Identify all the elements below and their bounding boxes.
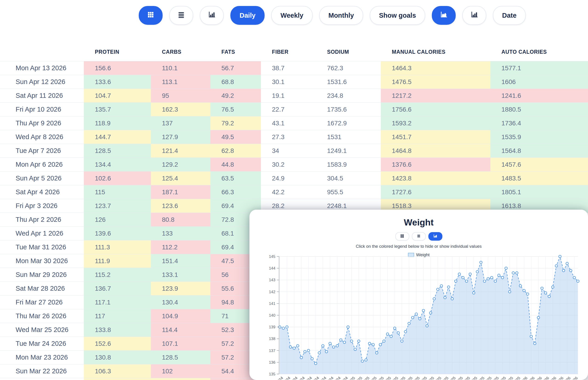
svg-text:143: 143 <box>269 278 275 282</box>
table-row[interactable]: Thu Apr 9 2026118.913779.243.11672.91593… <box>0 116 588 130</box>
nutrient-cell: 121.4 <box>151 144 210 158</box>
table-view-button[interactable] <box>139 6 163 25</box>
panel-table-view-button[interactable] <box>395 232 409 241</box>
nutrient-cell: 133.8 <box>84 323 151 337</box>
table-row[interactable]: Fri Apr 10 2026135.7162.376.522.71735.61… <box>0 103 588 116</box>
nutrient-cell: 1476.5 <box>381 75 490 89</box>
nutrient-cell: 123.6 <box>151 199 210 213</box>
show-goals-button[interactable]: Show goals <box>370 6 425 25</box>
nutrient-cell: 1217.2 <box>381 89 490 103</box>
nutrient-cell: 1805.1 <box>490 185 588 199</box>
fats-column-header: FATS <box>210 43 261 61</box>
bar-chart-view-button[interactable] <box>200 6 224 25</box>
svg-text:138: 138 <box>269 337 275 341</box>
row-date: Fri Apr 3 2026 <box>0 199 84 213</box>
nutrient-cell: 22.7 <box>261 103 316 116</box>
row-date: Wed Mar 25 2026 <box>0 323 84 337</box>
nutrient-cell: 1457.6 <box>490 158 588 171</box>
nutrient-cell: 66.3 <box>210 185 261 199</box>
nutrient-cell: 152.6 <box>84 337 151 351</box>
nutrient-cell: 111.3 <box>84 240 151 254</box>
table-row[interactable]: Sun Apr 5 2026102.6125.463.524.9304.5142… <box>0 171 588 185</box>
row-date: Thu Apr 9 2026 <box>0 116 84 130</box>
nutrient-cell: 24.9 <box>261 171 316 185</box>
date-button[interactable]: Date <box>493 6 526 25</box>
daily-tab-button[interactable]: Daily <box>230 6 265 25</box>
nutrient-cell: 102 <box>151 364 210 378</box>
table-row[interactable]: Wed Apr 8 2026144.7127.949.527.315311451… <box>0 130 588 144</box>
panel-view-switcher <box>249 232 588 241</box>
nutrient-cell: 56.7 <box>210 61 261 75</box>
nutrient-cell: 762.3 <box>316 61 381 75</box>
row-date: Sun Mar 29 2026 <box>0 268 84 282</box>
manual-calories-column-header: MANUAL CALORIES <box>381 43 490 61</box>
row-date: Mon Apr 6 2026 <box>0 158 84 171</box>
nutrient-cell: 128.5 <box>84 144 151 158</box>
nutrient-cell: 1583.9 <box>316 158 381 171</box>
row-date: Mon Apr 13 2026 <box>0 61 84 75</box>
nutrient-cell: 1593.2 <box>381 116 490 130</box>
nutrient-cell: 1880.5 <box>490 103 588 116</box>
nutrient-cell: 63.5 <box>210 171 261 185</box>
nutrient-cell: 62.8 <box>210 144 261 158</box>
row-date: Sat Apr 4 2026 <box>0 185 84 199</box>
monthly-tab-button[interactable]: Monthly <box>319 6 363 25</box>
nutrient-cell: 115.2 <box>84 268 151 282</box>
list-icon <box>417 234 421 239</box>
table-row[interactable]: Mon Apr 6 2026134.4129.244.830.21583.913… <box>0 158 588 171</box>
nutrient-cell: 1464.8 <box>381 144 490 158</box>
panel-list-view-button[interactable] <box>412 232 426 241</box>
bar-chart-view-button-2[interactable] <box>462 6 486 25</box>
table-header-row: PROTEIN CARBS FATS FIBER SODIUM MANUAL C… <box>0 43 588 61</box>
nutrient-cell: 34 <box>261 144 316 158</box>
nutrient-cell: 133.6 <box>84 75 151 89</box>
table-row[interactable]: Sat Apr 11 2026104.79549.219.1234.81217.… <box>0 89 588 103</box>
nutrient-cell: 76.5 <box>210 103 261 116</box>
nutrient-cell: 49.2 <box>210 89 261 103</box>
nutrient-cell: 19.1 <box>261 89 316 103</box>
nutrient-cell: 27.3 <box>261 130 316 144</box>
nutrient-cell: 134.4 <box>84 158 151 171</box>
nutrient-cell: 44.8 <box>210 158 261 171</box>
svg-text:137: 137 <box>269 349 275 353</box>
nutrient-cell: 187.1 <box>151 185 210 199</box>
grid-icon <box>400 234 404 239</box>
nutrient-cell: 42.2 <box>261 185 316 199</box>
svg-text:139: 139 <box>269 325 275 329</box>
fiber-column-header: FIBER <box>261 43 316 61</box>
weekly-tab-button[interactable]: Weekly <box>271 6 312 25</box>
nutrient-cell: 114.4 <box>151 323 210 337</box>
nutrient-cell: 117.1 <box>84 296 151 309</box>
table-row[interactable]: Sat Apr 4 2026115187.166.342.2955.51727.… <box>0 185 588 199</box>
weight-chart[interactable]: 1451441431421411401391381371361352024202… <box>249 253 588 380</box>
row-date: Wed Apr 8 2026 <box>0 130 84 144</box>
legend-helper-text: Click on the colored legend below to hid… <box>249 244 588 249</box>
nutrient-cell: 1464.3 <box>381 61 490 75</box>
nutrient-cell: 1376.6 <box>381 158 490 171</box>
nutrient-cell: 234.8 <box>316 89 381 103</box>
nutrient-cell: 160.6 <box>151 378 210 380</box>
table-row[interactable]: Tue Apr 7 2026128.5121.462.8341249.11464… <box>0 144 588 158</box>
table-row[interactable]: Sun Apr 12 2026133.6113.168.830.11531.61… <box>0 75 588 89</box>
nutrient-cell: 140.7 <box>84 378 151 380</box>
row-date: Thu Apr 2 2026 <box>0 213 84 227</box>
nutrient-cell: 130.8 <box>84 351 151 364</box>
panel-chart-view-button[interactable] <box>428 232 442 241</box>
nutrient-cell: 107.1 <box>151 337 210 351</box>
nutrient-cell: 80.8 <box>151 213 210 227</box>
nutrient-cell: 128.5 <box>151 351 210 364</box>
row-date: Sat Mar 21 2026 <box>0 378 84 380</box>
table-row[interactable]: Mon Apr 13 2026156.6110.156.738.7762.314… <box>0 61 588 75</box>
list-icon <box>177 11 185 20</box>
nutrient-cell: 1727.6 <box>381 185 490 199</box>
row-date: Tue Mar 24 2026 <box>0 337 84 351</box>
weight-chart-panel: Weight <box>249 210 588 380</box>
nutrient-cell: 115 <box>84 185 151 199</box>
nutrient-cell: 95 <box>151 89 210 103</box>
list-view-button[interactable] <box>169 6 193 25</box>
svg-text:140: 140 <box>269 313 275 318</box>
nutrient-cell: 1531 <box>316 130 381 144</box>
area-chart-view-button[interactable] <box>432 6 456 25</box>
nutrient-cell: 1241.6 <box>490 89 588 103</box>
nutrient-cell: 112.2 <box>151 240 210 254</box>
